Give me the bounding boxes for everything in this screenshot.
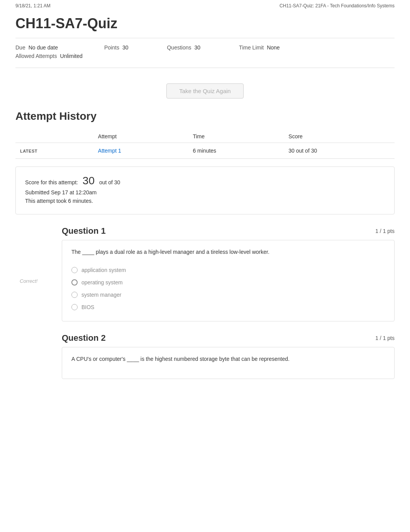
quiz-meta: Due No due date Points 30 Questions 30 T… — [15, 38, 395, 68]
questions-value: 30 — [195, 44, 201, 51]
quiz-title: CH11-SA7-Quiz — [15, 12, 395, 38]
take-quiz-section: Take the Quiz Again — [15, 68, 395, 110]
time-limit-value: None — [267, 44, 280, 51]
question-box: A CPU's or computer's ____ is the highes… — [62, 347, 395, 379]
col-header-attempt: Attempt — [93, 130, 188, 143]
answer-option: application system — [71, 264, 385, 276]
breadcrumb: CH11-SA7-Quiz: 21FA - Tech Foundations/I… — [280, 3, 395, 8]
take-quiz-button[interactable]: Take the Quiz Again — [166, 83, 244, 99]
points-value: 30 — [122, 44, 129, 51]
radio-circle — [71, 292, 78, 298]
col-header-badge — [15, 130, 93, 143]
answer-option: operating system — [71, 276, 385, 289]
attempt-table: Attempt Time Score LATEST Attempt 1 6 mi… — [15, 130, 395, 159]
allowed-attempts-value: Unlimited — [60, 53, 82, 59]
points-item: Points 30 — [104, 44, 129, 51]
attempt-details-box: Score for this attempt: 30 out of 30 Sub… — [15, 167, 395, 214]
question-text: The ____ plays a dual role as a high-lev… — [71, 248, 385, 256]
top-bar: 9/18/21, 1:21 AM CH11-SA7-Quiz: 21FA - T… — [0, 0, 410, 12]
latest-badge: LATEST — [20, 149, 37, 153]
question-header: Question 2 1 / 1 pts — [62, 333, 395, 343]
timestamp: 9/18/21, 1:21 AM — [15, 3, 51, 8]
score-line: Score for this attempt: 30 out of 30 — [25, 175, 385, 187]
radio-circle — [71, 304, 78, 310]
due-label: Due — [15, 44, 25, 51]
allowed-attempts-label: Allowed Attempts — [15, 53, 57, 59]
attempt-time: 6 minutes — [188, 143, 284, 159]
col-header-time: Time — [188, 130, 284, 143]
question-pts: 1 / 1 pts — [375, 335, 395, 341]
answer-option: system manager — [71, 289, 385, 301]
due-item: Due No due date — [15, 44, 58, 51]
question-wrapper-2: Question 2 1 / 1 pts A CPU's or computer… — [62, 333, 395, 379]
attempt-link[interactable]: Attempt 1 — [98, 148, 121, 154]
correct-badge: Correct! — [20, 278, 37, 284]
option-label: application system — [81, 267, 126, 273]
meta-row-1: Due No due date Points 30 Questions 30 T… — [15, 44, 395, 51]
option-label: system manager — [81, 292, 121, 298]
question-title: Question 1 — [62, 226, 106, 236]
attempt-history-title: Attempt History — [15, 110, 395, 122]
radio-circle — [71, 279, 78, 286]
table-row: LATEST Attempt 1 6 minutes 30 out of 30 — [15, 143, 395, 159]
meta-row-2: Allowed Attempts Unlimited — [15, 53, 395, 59]
question-wrapper-1: Question 1 1 / 1 pts Correct! The ____ p… — [62, 226, 395, 321]
answer-option: BIOS — [71, 301, 385, 313]
score-out-of: out of 30 — [99, 179, 120, 185]
allowed-attempts-item: Allowed Attempts Unlimited — [15, 53, 83, 59]
question-pts: 1 / 1 pts — [375, 228, 395, 234]
time-limit-label: Time Limit — [239, 44, 264, 51]
submitted-line: Submitted Sep 17 at 12:20am — [25, 189, 385, 195]
questions-label: Questions — [167, 44, 191, 51]
time-limit-item: Time Limit None — [239, 44, 280, 51]
score-number: 30 — [83, 175, 95, 187]
question-header: Question 1 1 / 1 pts — [62, 226, 395, 236]
radio-circle — [71, 267, 78, 273]
points-label: Points — [104, 44, 119, 51]
score-label: Score for this attempt: — [25, 179, 78, 185]
question-text: A CPU's or computer's ____ is the highes… — [71, 355, 385, 363]
question-title: Question 2 — [62, 333, 106, 343]
questions-section: Question 1 1 / 1 pts Correct! The ____ p… — [62, 226, 395, 379]
col-header-score: Score — [284, 130, 395, 143]
due-value: No due date — [29, 44, 58, 51]
attempt-score: 30 out of 30 — [284, 143, 395, 159]
main-content: CH11-SA7-Quiz Due No due date Points 30 … — [0, 12, 410, 394]
option-label: BIOS — [81, 304, 94, 310]
questions-item: Questions 30 — [167, 44, 200, 51]
duration-line: This attempt took 6 minutes. — [25, 198, 385, 204]
question-box: Correct! The ____ plays a dual role as a… — [62, 240, 395, 321]
option-label: operating system — [81, 279, 123, 286]
